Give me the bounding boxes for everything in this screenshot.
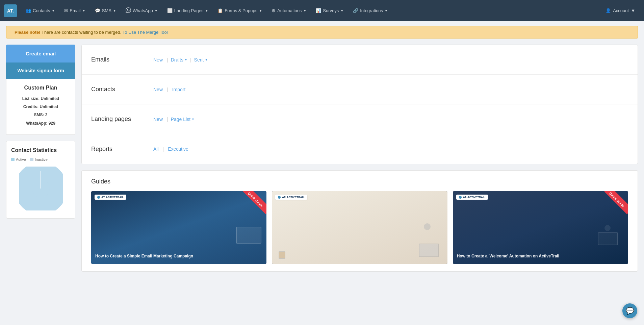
emails-new-link[interactable]: New xyxy=(152,56,164,63)
nav-landing-pages[interactable]: ⬜ Landing Pages ▼ xyxy=(163,5,212,16)
whatsapp-caret-icon: ▼ xyxy=(155,9,158,12)
guide-3-logo: AT. ACTIVETRAIL xyxy=(456,195,488,200)
nav-contacts-label: Contacts xyxy=(33,8,50,13)
sidebar: Create email Website signup form Custom … xyxy=(6,45,75,272)
reports-sep-1: | xyxy=(163,146,164,152)
landing-pages-sep-1: | xyxy=(167,117,168,122)
forms-caret-icon: ▼ xyxy=(259,9,262,12)
contact-stats-title: Contact Statistics xyxy=(11,147,70,153)
legend-inactive: Inactive xyxy=(30,157,48,161)
guides-card: Guides Quick Guide AT. ACTIVETRAIL xyxy=(81,170,638,272)
guide-1-badge: Quick Guide xyxy=(243,191,266,215)
emails-sep-2: | xyxy=(190,57,191,62)
emails-sent-caret: ▼ xyxy=(205,58,208,61)
email-icon: ✉ xyxy=(64,8,68,13)
guide-2-coffee xyxy=(279,251,285,259)
emails-drafts-dropdown[interactable]: Drafts ▼ xyxy=(171,57,187,62)
nav-surveys-label: Surveys xyxy=(323,8,339,13)
guide-3-decoration xyxy=(598,225,625,245)
whatsapp-icon xyxy=(126,7,131,14)
legend-active: Active xyxy=(11,157,26,161)
integrations-caret-icon: ▼ xyxy=(385,9,388,12)
banner-prefix: Please note! xyxy=(15,30,41,35)
contact-stats-card: Contact Statistics Active Inactive xyxy=(6,141,75,219)
landing-pages-title: Landing pages xyxy=(91,116,152,123)
email-caret-icon: ▼ xyxy=(82,9,85,12)
nav-forms-popups[interactable]: 📋 Forms & Popups ▼ xyxy=(213,5,266,16)
landing-pages-list-dropdown[interactable]: Page List ▼ xyxy=(171,117,195,122)
landing-pages-row: Landing pages New | Page List ▼ xyxy=(82,104,638,134)
app-logo[interactable]: AT. xyxy=(4,4,17,17)
active-label: Active xyxy=(16,157,26,161)
plan-title: Custom Plan xyxy=(11,85,70,91)
contacts-new-link[interactable]: New xyxy=(152,86,164,93)
merge-tool-link[interactable]: To Use The Merge Tool xyxy=(123,30,168,35)
landing-pages-caret-icon: ▼ xyxy=(205,9,208,12)
nav-contacts[interactable]: 👥 Contacts ▼ xyxy=(22,5,59,16)
nav-sms[interactable]: 💬 SMS ▼ xyxy=(91,5,120,16)
nav-landing-pages-label: Landing Pages xyxy=(174,8,204,13)
guide-2[interactable]: AT. ACTIVETRAIL xyxy=(272,191,447,264)
account-caret-icon: ▼ xyxy=(631,8,635,13)
contacts-actions: New | Import xyxy=(152,86,187,93)
plan-sms-label: SMS: xyxy=(34,112,44,117)
guide-3-badge: Quick Guide xyxy=(604,191,628,215)
sms-icon: 💬 xyxy=(95,8,100,13)
plan-whatsapp-value: 929 xyxy=(49,121,55,126)
emails-drafts-caret: ▼ xyxy=(184,58,187,61)
nav-whatsapp[interactable]: WhatsApp ▼ xyxy=(122,5,162,17)
guide-1[interactable]: Quick Guide AT. ACTIVETRAIL How to Creat… xyxy=(91,191,266,264)
emails-sent-dropdown[interactable]: Sent ▼ xyxy=(194,57,208,62)
emails-row: Emails New | Drafts ▼ | Sent ▼ xyxy=(82,45,638,75)
reports-executive-link[interactable]: Executive xyxy=(166,146,190,152)
plan-list-size: List size: Unlimited xyxy=(11,96,70,102)
landing-pages-icon: ⬜ xyxy=(167,8,173,13)
automations-caret-icon: ▼ xyxy=(303,9,306,12)
guide-1-title: How to Create a Simple Email Marketing C… xyxy=(95,253,262,259)
sms-caret-icon: ▼ xyxy=(113,9,116,12)
contacts-caret-icon: ▼ xyxy=(52,9,55,12)
inactive-dot xyxy=(30,158,33,161)
emails-actions: New | Drafts ▼ | Sent ▼ xyxy=(152,56,208,63)
nav-account-label: Account xyxy=(613,8,629,13)
website-signup-button[interactable]: Website signup form xyxy=(6,62,75,79)
guide-2-decoration xyxy=(414,223,444,257)
nav-email-label: Email xyxy=(70,8,81,13)
contacts-icon: 👥 xyxy=(26,8,31,13)
guides-grid: Quick Guide AT. ACTIVETRAIL How to Creat… xyxy=(91,191,628,264)
pie-chart-svg xyxy=(19,167,63,210)
nav-integrations[interactable]: 🔗 Integrations ▼ xyxy=(349,5,392,16)
reports-all-link[interactable]: All xyxy=(152,146,160,152)
account-icon: 👤 xyxy=(606,8,611,13)
guide-3[interactable]: Quick Guide AT. ACTIVETRAIL How to Cre xyxy=(453,191,628,264)
contacts-import-link[interactable]: Import xyxy=(171,86,187,93)
chat-bubble[interactable]: 💬 xyxy=(622,303,637,318)
automations-icon: ⚙ xyxy=(272,8,276,13)
contacts-title: Contacts xyxy=(91,86,152,93)
right-content: Emails New | Drafts ▼ | Sent ▼ xyxy=(81,45,638,272)
nav-automations[interactable]: ⚙ Automations ▼ xyxy=(267,5,310,16)
plan-whatsapp: WhatsApp: 929 xyxy=(11,120,70,127)
nav-surveys[interactable]: 📊 Surveys ▼ xyxy=(312,5,347,16)
landing-pages-actions: New | Page List ▼ xyxy=(152,116,195,123)
guides-title: Guides xyxy=(91,178,628,185)
plan-whatsapp-label: WhatsApp: xyxy=(26,121,47,126)
guide-1-decoration xyxy=(236,227,261,244)
plan-credits-label: Credits: xyxy=(23,104,38,109)
plan-card: Custom Plan List size: Unlimited Credits… xyxy=(6,79,75,135)
create-email-button[interactable]: Create email xyxy=(6,45,75,62)
integrations-icon: 🔗 xyxy=(353,8,358,13)
nav-integrations-label: Integrations xyxy=(360,8,383,13)
active-dot xyxy=(11,158,15,161)
reports-actions: All | Executive xyxy=(152,146,190,152)
emails-sent-label: Sent xyxy=(194,57,204,62)
landing-pages-new-link[interactable]: New xyxy=(152,116,164,123)
nav-email[interactable]: ✉ Email ▼ xyxy=(60,5,89,16)
nav-account[interactable]: 👤 Account ▼ xyxy=(601,5,640,16)
contacts-row: Contacts New | Import xyxy=(82,75,638,104)
nav-whatsapp-label: WhatsApp xyxy=(133,8,153,13)
landing-pages-list-label: Page List xyxy=(171,117,190,122)
contact-stats-legend: Active Inactive xyxy=(11,157,70,161)
plan-sms: SMS: 2 xyxy=(11,112,70,118)
chat-icon: 💬 xyxy=(626,307,634,315)
